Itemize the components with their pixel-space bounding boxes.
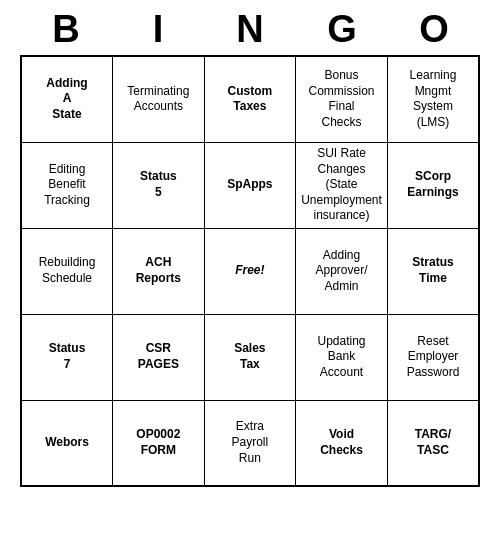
letter-g: G <box>319 8 365 51</box>
letter-i: I <box>135 8 181 51</box>
cell-r2-c0: RebuildingSchedule <box>21 228 113 314</box>
cell-r0-c4: LearningMngmtSystem(LMS) <box>387 56 479 142</box>
cell-r3-c4: ResetEmployerPassword <box>387 314 479 400</box>
cell-r4-c0: Webors <box>21 400 113 486</box>
cell-r3-c0: Status7 <box>21 314 113 400</box>
cell-r2-c3: AddingApprover/Admin <box>296 228 388 314</box>
cell-r1-c0: EditingBenefitTracking <box>21 142 113 228</box>
cell-r1-c4: SCorpEarnings <box>387 142 479 228</box>
cell-r0-c2: CustomTaxes <box>204 56 295 142</box>
cell-r3-c3: UpdatingBankAccount <box>296 314 388 400</box>
cell-r1-c1: Status5 <box>113 142 205 228</box>
cell-r3-c1: CSRPAGES <box>113 314 205 400</box>
cell-r2-c4: StratusTime <box>387 228 479 314</box>
cell-r0-c3: BonusCommissionFinalChecks <box>296 56 388 142</box>
cell-r2-c1: ACHReports <box>113 228 205 314</box>
cell-r4-c2: ExtraPayrollRun <box>204 400 295 486</box>
cell-r4-c4: TARG/TASC <box>387 400 479 486</box>
cell-r0-c1: TerminatingAccounts <box>113 56 205 142</box>
cell-r1-c3: SUI RateChanges(StateUnemploymentinsuran… <box>296 142 388 228</box>
cell-r2-c2: Free! <box>204 228 295 314</box>
cell-r4-c3: VoidChecks <box>296 400 388 486</box>
cell-r4-c1: OP0002FORM <box>113 400 205 486</box>
letter-n: N <box>227 8 273 51</box>
bingo-title: B I N G O <box>20 0 480 55</box>
cell-r3-c2: SalesTax <box>204 314 295 400</box>
letter-b: B <box>43 8 89 51</box>
letter-o: O <box>411 8 457 51</box>
cell-r1-c2: SpApps <box>204 142 295 228</box>
bingo-grid: AddingAStateTerminatingAccountsCustomTax… <box>20 55 480 487</box>
cell-r0-c0: AddingAState <box>21 56 113 142</box>
